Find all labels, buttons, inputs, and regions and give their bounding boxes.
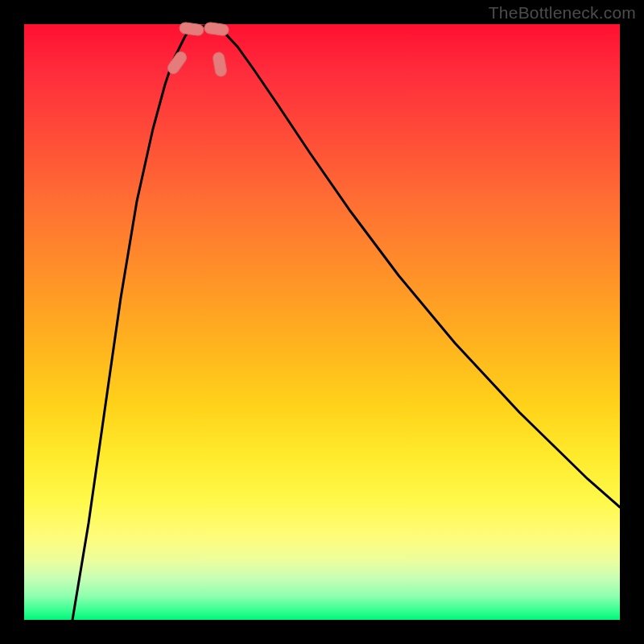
watermark-text: TheBottleneck.com xyxy=(489,3,636,23)
marker-1 xyxy=(213,52,228,77)
chart-container: TheBottleneck.com xyxy=(0,0,644,644)
curves-svg xyxy=(24,24,620,620)
series-right-curve xyxy=(217,28,620,507)
marker-2 xyxy=(179,22,204,36)
svg-rect-3 xyxy=(204,22,229,36)
svg-rect-1 xyxy=(213,52,228,77)
plot-area xyxy=(24,24,620,620)
marker-0 xyxy=(166,50,189,76)
curve-group xyxy=(72,26,620,620)
marker-group xyxy=(166,22,229,77)
marker-3 xyxy=(204,22,229,36)
series-left-curve xyxy=(72,28,193,620)
svg-rect-0 xyxy=(166,50,189,76)
svg-rect-2 xyxy=(179,22,204,36)
